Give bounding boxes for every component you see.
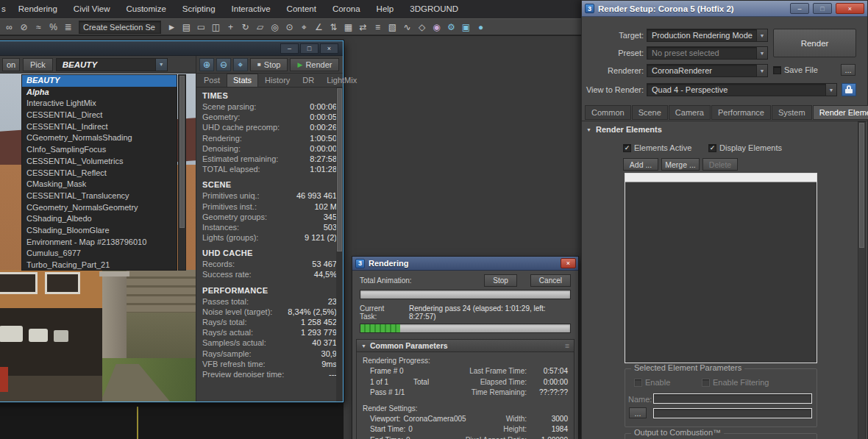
render-production-icon[interactable]: ● xyxy=(474,20,488,34)
vfb-maximize-button[interactable]: □ xyxy=(300,43,319,54)
menu-item[interactable]: Civil View xyxy=(65,0,118,18)
menu-item[interactable]: Help xyxy=(369,0,402,18)
render-setup-tab[interactable]: Render Elements xyxy=(813,105,868,120)
vfb-element-item[interactable]: Alpha xyxy=(22,87,177,99)
menu-item[interactable]: Interactive xyxy=(224,0,279,18)
vfb-minimize-button[interactable]: – xyxy=(280,43,299,54)
select-and-link-icon[interactable]: ∞ xyxy=(2,20,16,34)
render-setup-tab[interactable]: Common xyxy=(585,105,631,120)
mirror-icon[interactable]: ⇄ xyxy=(356,20,370,34)
menu-item[interactable]: Scripting xyxy=(174,0,224,18)
align-icon[interactable]: ≡ xyxy=(371,20,385,34)
vfb-stats-tab[interactable]: Stats xyxy=(227,74,258,87)
enable-filtering-checkbox[interactable]: Enable Filtering xyxy=(702,378,769,387)
rendered-frame-window-icon[interactable]: ▣ xyxy=(459,20,473,34)
output-browse-button[interactable]: ... xyxy=(629,407,647,418)
vfb-element-item[interactable]: CESSENTIAL_Direct xyxy=(22,110,177,121)
render-button[interactable]: Render xyxy=(773,29,856,57)
render-setup-icon[interactable]: ⚙ xyxy=(444,20,458,34)
vfb-list-scrollbar[interactable] xyxy=(178,74,186,271)
scrollbar-thumb[interactable] xyxy=(337,88,342,251)
schematic-view-icon[interactable]: ◇ xyxy=(415,20,429,34)
render-setup-tab[interactable]: Performance xyxy=(711,105,771,120)
zoom-in-icon[interactable]: ⊕ xyxy=(199,58,214,71)
vfb-partial-button[interactable]: on xyxy=(2,58,20,71)
menu-item[interactable]: Corona xyxy=(324,0,369,18)
merge-elements-button[interactable]: Merge ... xyxy=(661,158,700,171)
vfb-channel-select[interactable]: BEAUTY ▼ xyxy=(56,58,168,71)
menu-item[interactable]: Customize xyxy=(118,0,174,18)
window-crossing-icon[interactable]: ◫ xyxy=(209,20,223,34)
render-elements-list[interactable] xyxy=(625,173,817,363)
rect-selection-region-icon[interactable]: ▭ xyxy=(194,20,208,34)
close-button[interactable]: × xyxy=(836,3,864,14)
delete-element-button[interactable]: Delete xyxy=(702,158,738,171)
element-name-input[interactable] xyxy=(653,393,812,404)
zoom-out-icon[interactable]: ⊖ xyxy=(216,58,231,71)
cancel-button[interactable]: Cancel xyxy=(530,274,571,287)
vfb-element-item[interactable]: CInfo_SamplingFocus xyxy=(22,144,177,156)
vfb-element-item[interactable]: CGeometry_NormalsShading xyxy=(22,132,177,144)
vfb-element-list[interactable]: BEAUTYAlphaInteractive LightMixCESSENTIA… xyxy=(21,74,177,271)
vfb-element-item[interactable]: CMasking_Mask xyxy=(22,179,177,190)
maximize-button[interactable]: □ xyxy=(813,3,832,14)
material-editor-icon[interactable]: ◉ xyxy=(430,20,444,34)
angle-snap-icon[interactable]: ∠ xyxy=(312,20,326,34)
save-file-browse-button[interactable]: ... xyxy=(841,64,855,76)
bind-to-spacewarp-icon[interactable]: ≈ xyxy=(32,20,46,34)
unlink-selection-icon[interactable]: ⊘ xyxy=(17,20,31,34)
vfb-element-item[interactable]: Turbo_Racing_Part_21 xyxy=(22,260,177,271)
display-elements-checkbox[interactable]: ✓ Display Elements xyxy=(708,143,782,152)
vfb-element-item[interactable]: Interactive LightMix xyxy=(22,98,177,110)
viewport-lock-button[interactable] xyxy=(842,83,856,96)
vfb-element-item[interactable]: CESSENTIAL_Volumetrics xyxy=(22,156,177,168)
vfb-stop-button[interactable]: ■ Stop xyxy=(250,58,288,71)
layer-manager-icon[interactable]: ▧ xyxy=(385,20,399,34)
vfb-element-item[interactable]: CESSENTIAL_Translucency xyxy=(22,190,177,202)
target-dropdown[interactable]: Production Rendering Mode ▼ xyxy=(647,29,768,42)
vfb-element-item[interactable]: BEAUTY xyxy=(22,75,177,87)
vfb-element-item[interactable]: Cumulus_6977 xyxy=(22,248,177,260)
enable-checkbox[interactable]: Enable xyxy=(634,378,670,387)
rendering-dialog-close-button[interactable]: × xyxy=(561,258,576,268)
select-and-scale-icon[interactable]: ▱ xyxy=(253,20,267,34)
menu-item[interactable]: 3DGROUND xyxy=(402,0,466,18)
vfb-element-item[interactable]: CShading_Albedo xyxy=(22,213,177,225)
graph-editors-icon[interactable]: ∿ xyxy=(400,20,414,34)
vfb-stats-tab[interactable]: History xyxy=(259,74,296,87)
selection-set-combo[interactable]: Create Selection Se xyxy=(79,21,161,34)
scrollbar-thumb[interactable] xyxy=(179,76,185,228)
view-to-render-dropdown[interactable]: Quad 4 - Perspective ▼ xyxy=(647,83,837,96)
renderer-dropdown[interactable]: CoronaRenderer ▼ xyxy=(647,64,768,77)
common-parameters-header[interactable]: ▼ Common Parameters ≡ xyxy=(357,340,574,352)
add-element-button[interactable]: Add ... xyxy=(623,158,658,171)
render-setup-scrollbar[interactable] xyxy=(858,121,866,439)
minimize-button[interactable]: – xyxy=(790,3,809,14)
menu-item[interactable]: Content xyxy=(279,0,324,18)
vfb-stats-tab[interactable]: Post xyxy=(198,74,226,87)
vfb-element-item[interactable]: CESSENTIAL_Reflect xyxy=(22,168,177,179)
stats-scrollbar[interactable] xyxy=(336,88,343,401)
scrollbar-thumb[interactable] xyxy=(859,123,864,248)
select-and-manipulate-icon[interactable]: ⊙ xyxy=(282,20,296,34)
keyboard-override-icon[interactable]: ≣ xyxy=(61,20,75,34)
vfb-pick-button[interactable]: Pick xyxy=(23,58,53,71)
save-file-checkbox[interactable]: Save File xyxy=(773,65,818,74)
elements-active-checkbox[interactable]: ✓ Elements Active xyxy=(623,143,691,152)
vfb-element-item[interactable]: CESSENTIAL_Indirect xyxy=(22,121,177,133)
render-elements-rollout-header[interactable]: ▼ Render Elements xyxy=(586,125,662,134)
stop-button[interactable]: Stop xyxy=(484,274,517,287)
rendering-dialog-titlebar[interactable]: 3 Rendering × xyxy=(352,257,578,271)
select-and-move-icon[interactable]: + xyxy=(224,20,238,34)
use-pivot-center-icon[interactable]: ◎ xyxy=(268,20,282,34)
element-path-input[interactable] xyxy=(653,408,812,418)
menu-item[interactable]: s xyxy=(0,0,10,18)
render-setup-tab[interactable]: Scene xyxy=(632,105,668,120)
render-setup-tab[interactable]: Camera xyxy=(669,105,711,120)
vfb-render-button[interactable]: ▶ Render xyxy=(290,58,339,71)
select-by-name-icon[interactable]: ▤ xyxy=(179,20,193,34)
menu-item[interactable]: Rendering xyxy=(10,0,65,18)
vfb-element-item[interactable]: CShading_BloomGlare xyxy=(22,225,177,237)
vfb-element-item[interactable]: Environment - Map #2138796010 xyxy=(22,237,177,249)
select-and-rotate-icon[interactable]: ↻ xyxy=(238,20,252,34)
